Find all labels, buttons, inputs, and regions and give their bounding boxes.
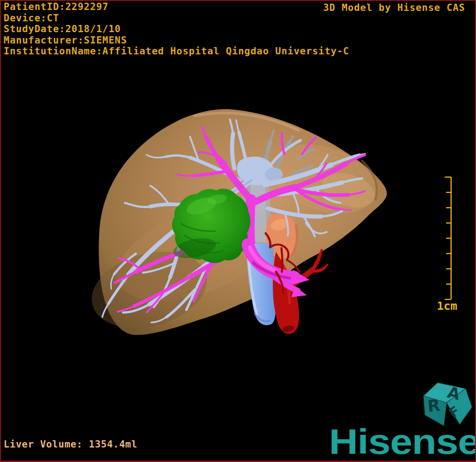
cube-face-left: R	[427, 396, 441, 416]
orientation-cube[interactable]: R A F	[424, 383, 472, 426]
watermark: 3D Model by Hisense CAS	[323, 2, 465, 13]
scale-label: 1cm	[437, 299, 457, 313]
liver-volume-label: Liver Volume: 1354.4ml	[4, 439, 138, 450]
patient-info-block: PatientID:2292297 Device:CT StudyDate:20…	[4, 1, 349, 57]
3d-viewport[interactable]: 1cm R A F PatientID:2292297 Device:CT St…	[0, 0, 476, 462]
scale-bar: 1cm	[437, 177, 457, 313]
manufacturer: Manufacturer:SIEMENS	[4, 35, 349, 46]
liver-3d-scene: 1cm R A F	[0, 0, 476, 462]
device: Device:CT	[4, 13, 349, 24]
study-date: StudyDate:2018/1/10	[4, 24, 349, 35]
patient-id: PatientID:2292297	[4, 1, 349, 13]
institution-name: InstitutionName:Affiliated Hospital Qing…	[4, 46, 349, 57]
hisense-logo: Hisense	[329, 424, 476, 459]
